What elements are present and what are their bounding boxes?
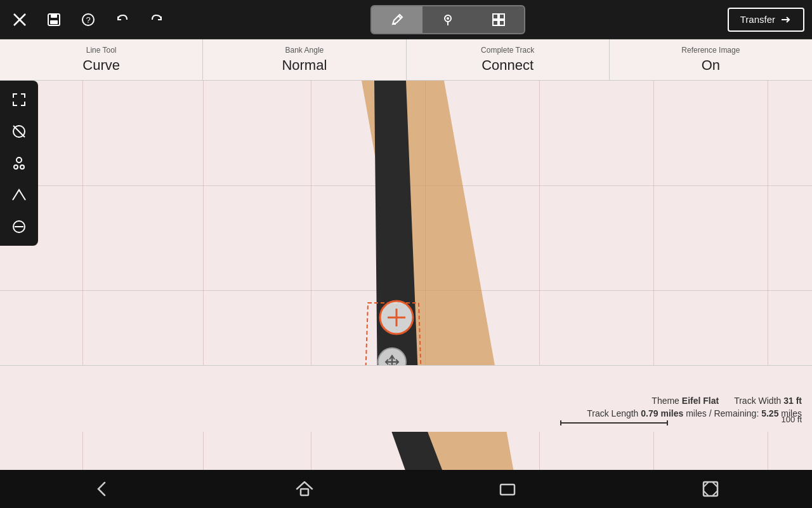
track-width-value: 31 ft: [783, 396, 802, 406]
svg-rect-42: [501, 485, 514, 495]
track-length-info: Track Length 0.79 miles miles / Remainin…: [587, 408, 802, 418]
save-icon[interactable]: [42, 8, 66, 32]
bank-angle-label: Bank Angle: [285, 46, 324, 55]
redo-button[interactable]: [145, 8, 169, 32]
close-button[interactable]: [8, 8, 32, 32]
complete-track-label: Complete Track: [481, 46, 534, 55]
svg-point-10: [447, 17, 449, 20]
mountain-button[interactable]: [5, 181, 33, 209]
pin-tool-button[interactable]: [422, 6, 473, 33]
reference-image-value: On: [702, 57, 720, 74]
home-nav-button[interactable]: [270, 474, 339, 504]
bottom-nav: [0, 470, 812, 508]
transfer-button[interactable]: Transfer: [728, 8, 804, 32]
expand-button[interactable]: [5, 86, 33, 114]
remaining-value: 5.25: [761, 408, 778, 418]
svg-rect-15: [499, 20, 504, 25]
complete-track-section[interactable]: Complete Track Connect: [407, 39, 610, 80]
theme-value: Eifel Flat: [682, 396, 719, 406]
svg-text:?: ?: [86, 15, 90, 25]
back-nav-button[interactable]: [67, 474, 136, 504]
no-entry-button[interactable]: [5, 117, 33, 145]
bank-angle-section[interactable]: Bank Angle Normal: [203, 39, 406, 80]
transfer-label: Transfer: [740, 14, 775, 25]
map-area[interactable]: N 0.08 miles Theme Eifel Flat Track Widt…: [0, 81, 812, 470]
theme-info: Theme Eifel Flat: [652, 396, 719, 406]
svg-point-21: [20, 165, 24, 169]
tool-group: [370, 5, 525, 34]
svg-point-19: [16, 157, 22, 163]
info-bar: Theme Eifel Flat Track Width 31 ft Track…: [0, 365, 812, 432]
reference-image-label: Reference Image: [681, 46, 740, 55]
svg-point-20: [14, 165, 18, 169]
track-length-value: 0.79 miles: [641, 408, 683, 418]
secondary-toolbar: Line Tool Curve Bank Angle Normal Comple…: [0, 39, 812, 81]
line-tool-label: Line Tool: [86, 46, 117, 55]
help-icon[interactable]: ?: [76, 8, 100, 32]
bank-angle-value: Normal: [282, 57, 327, 74]
person-button[interactable]: [5, 149, 33, 177]
top-toolbar: ?: [0, 0, 812, 39]
line-tool-value: Curve: [82, 57, 120, 74]
undo-button[interactable]: [110, 8, 134, 32]
svg-rect-4: [50, 20, 58, 24]
svg-rect-12: [493, 14, 498, 19]
scale-bar: 100 ft: [10, 421, 802, 424]
complete-track-value: Connect: [481, 57, 534, 74]
line-tool-section[interactable]: Line Tool Curve: [0, 39, 203, 80]
restriction-button[interactable]: [5, 213, 33, 241]
screenshot-nav-button[interactable]: [676, 474, 745, 504]
track-width-info: Track Width 31 ft: [734, 396, 802, 406]
scale-label: 100 ft: [781, 415, 802, 424]
reference-image-section[interactable]: Reference Image On: [610, 39, 812, 80]
pencil-tool-button[interactable]: [372, 6, 422, 33]
recent-nav-button[interactable]: [473, 474, 542, 504]
svg-rect-14: [493, 20, 498, 25]
left-sidebar: [0, 81, 38, 246]
svg-rect-41: [301, 489, 308, 495]
svg-rect-3: [51, 14, 57, 18]
svg-rect-13: [499, 14, 504, 19]
grid-tool-button[interactable]: [473, 6, 524, 33]
